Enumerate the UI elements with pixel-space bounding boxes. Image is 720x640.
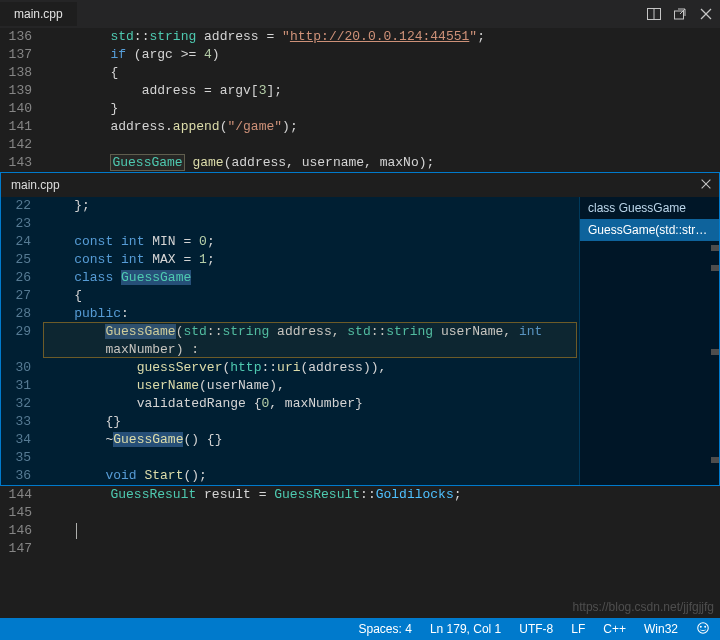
line-number: 34 (1, 431, 43, 449)
code-content: { (48, 64, 720, 82)
code-line: 25 const int MAX = 1; (1, 251, 579, 269)
line-number: 22 (1, 197, 43, 215)
line-number (1, 341, 43, 359)
code-line: 137 if (argc >= 4) (0, 46, 720, 64)
code-line: 34 ~GuessGame() {} (1, 431, 579, 449)
line-number: 144 (0, 486, 48, 504)
code-line: 142 (0, 136, 720, 154)
code-line: 27 { (1, 287, 579, 305)
code-line: 35 (1, 449, 579, 467)
code-content: guessServer(http::uri(address)), (43, 359, 579, 377)
peek-reference-item[interactable]: GuessGame(std::str… (580, 219, 719, 241)
line-number: 143 (0, 154, 48, 172)
status-language[interactable]: C++ (603, 622, 626, 636)
code-content: {} (43, 413, 579, 431)
code-line: 31 userName(userName), (1, 377, 579, 395)
code-line: 147 (0, 540, 720, 558)
split-horizontal-icon[interactable] (646, 6, 662, 22)
svg-point-8 (700, 626, 701, 627)
line-number: 32 (1, 395, 43, 413)
status-target[interactable]: Win32 (644, 622, 678, 636)
code-line: 146 (0, 522, 720, 540)
overview-ruler-mark (711, 349, 719, 355)
line-number: 26 (1, 269, 43, 287)
code-line: 24 const int MIN = 0; (1, 233, 579, 251)
code-content: class GuessGame (43, 269, 579, 287)
tab-main-cpp[interactable]: main.cpp (0, 2, 77, 26)
close-icon[interactable] (698, 6, 714, 22)
code-content: ~GuessGame() {} (43, 431, 579, 449)
code-content: } (48, 100, 720, 118)
code-content (48, 522, 720, 540)
export-icon[interactable] (672, 6, 688, 22)
line-number: 139 (0, 82, 48, 100)
code-content: public: (43, 305, 579, 323)
code-content (48, 540, 720, 558)
svg-point-7 (698, 622, 709, 633)
code-line: 23 (1, 215, 579, 233)
overview-ruler-mark (711, 245, 719, 251)
tab-actions (646, 6, 714, 22)
line-number: 146 (0, 522, 48, 540)
overview-ruler-mark (711, 457, 719, 463)
close-icon[interactable] (699, 177, 713, 194)
code-line: 22 }; (1, 197, 579, 215)
code-content: }; (43, 197, 579, 215)
code-line: maxNumber) : (1, 341, 579, 359)
line-number: 141 (0, 118, 48, 136)
status-spaces[interactable]: Spaces: 4 (359, 622, 412, 636)
code-content: maxNumber) : (43, 341, 579, 359)
code-line: 141 address.append("/game"); (0, 118, 720, 136)
code-content: GuessGame(std::string address, std::stri… (43, 323, 579, 341)
code-line: 28 public: (1, 305, 579, 323)
code-line: 29 GuessGame(std::string address, std::s… (1, 323, 579, 341)
line-number: 142 (0, 136, 48, 154)
editor-top[interactable]: 136 std::string address = "http://20.0.0… (0, 28, 720, 172)
editor-tabbar: main.cpp (0, 0, 720, 28)
code-line: 140 } (0, 100, 720, 118)
code-line: 32 validatedRange {0, maxNumber} (1, 395, 579, 413)
code-content: const int MIN = 0; (43, 233, 579, 251)
text-cursor (76, 523, 77, 539)
peek-definition-panel: main.cpp 22 };2324 const int MIN = 0;25 … (0, 172, 720, 486)
code-line: 36 void Start(); (1, 467, 579, 485)
code-content: validatedRange {0, maxNumber} (43, 395, 579, 413)
peek-reference-item[interactable]: class GuessGame (580, 197, 719, 219)
editor-bottom[interactable]: 144 GuessResult result = GuessResult::Go… (0, 486, 720, 558)
line-number: 35 (1, 449, 43, 467)
status-eol[interactable]: LF (571, 622, 585, 636)
code-line: 144 GuessResult result = GuessResult::Go… (0, 486, 720, 504)
line-number: 137 (0, 46, 48, 64)
line-number: 31 (1, 377, 43, 395)
peek-reference-list[interactable]: class GuessGameGuessGame(std::str… (579, 197, 719, 485)
code-line: 30 guessServer(http::uri(address)), (1, 359, 579, 377)
line-number: 24 (1, 233, 43, 251)
line-number: 27 (1, 287, 43, 305)
code-content: GuessGame game(address, username, maxNo)… (48, 154, 720, 172)
peek-filename: main.cpp (11, 178, 60, 192)
code-content: address.append("/game"); (48, 118, 720, 136)
code-content: void Start(); (43, 467, 579, 485)
code-line: 143 GuessGame game(address, username, ma… (0, 154, 720, 172)
code-line: 139 address = argv[3]; (0, 82, 720, 100)
svg-point-9 (705, 626, 706, 627)
line-number: 36 (1, 467, 43, 485)
status-position[interactable]: Ln 179, Col 1 (430, 622, 501, 636)
overview-ruler-mark (711, 265, 719, 271)
code-content (43, 449, 579, 467)
peek-code[interactable]: 22 };2324 const int MIN = 0;25 const int… (1, 197, 579, 485)
line-number: 30 (1, 359, 43, 377)
code-line: 33 {} (1, 413, 579, 431)
line-number: 25 (1, 251, 43, 269)
watermark: https://blog.csdn.net/jjfgjjfg (573, 600, 714, 614)
line-number: 145 (0, 504, 48, 522)
feedback-icon[interactable] (696, 621, 710, 638)
code-content (48, 136, 720, 154)
line-number: 28 (1, 305, 43, 323)
line-number: 29 (1, 323, 43, 341)
code-content: const int MAX = 1; (43, 251, 579, 269)
peek-header: main.cpp (1, 173, 719, 197)
code-line: 136 std::string address = "http://20.0.0… (0, 28, 720, 46)
line-number: 23 (1, 215, 43, 233)
status-encoding[interactable]: UTF-8 (519, 622, 553, 636)
